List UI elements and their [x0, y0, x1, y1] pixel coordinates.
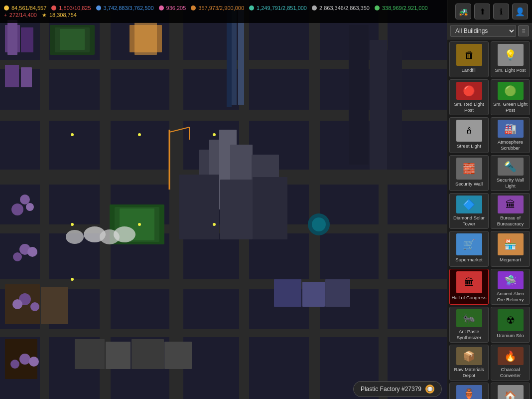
building-item-center-for-relic-studies[interactable]: 🏺Center for Relic Studies [449, 383, 489, 399]
building-item-megamart[interactable]: 🏪Megamart [491, 231, 530, 267]
building-icon-atmosphere-scrubber: 🏭 [498, 120, 524, 138]
building-label-raw-materials-depot: Raw Materials Depot [451, 367, 487, 378]
chat-icon: 💬 [425, 385, 434, 394]
water-icon [96, 5, 101, 10]
list-view-button[interactable]: ≡ [518, 25, 529, 36]
svg-rect-59 [106, 342, 131, 369]
resource-population: 84,561/84,557 [4, 5, 46, 11]
svg-point-77 [114, 226, 135, 242]
building-item-sm-light-post[interactable]: 💡Sm. Light Post [491, 41, 530, 77]
top-bar: 84,561/84,557 1,803/10,825 3,742,883/3,7… [0, 0, 447, 23]
building-item-ancient-alien-ore-refinery[interactable]: 🛸Ancient Alien Ore Refinery [491, 269, 530, 305]
building-label-security-wall: Security Wall [455, 181, 483, 187]
building-icon-center-for-relic-studies: 🏺 [456, 385, 482, 399]
water-value: 3,742,883/3,762,500 [104, 5, 154, 11]
svg-point-66 [138, 133, 141, 136]
svg-rect-31 [387, 50, 402, 170]
building-icon-diamond-solar-tower: 🔷 [456, 196, 482, 213]
svg-point-70 [71, 278, 74, 281]
building-icon-adult-daycare: 🏠 [498, 385, 524, 399]
svg-rect-16 [5, 65, 19, 87]
resource-oil: 2,863,346/2,863,350 [312, 5, 370, 11]
building-item-diamond-solar-tower[interactable]: 🔷Diamond Solar Tower [449, 193, 489, 229]
svg-rect-33 [41, 287, 68, 324]
svg-point-65 [71, 133, 74, 136]
building-label-atmosphere-scrubber: Atmosphere Scrubber [492, 139, 529, 151]
building-icon-megamart: 🏪 [498, 233, 524, 255]
building-item-security-wall[interactable]: 🧱Security Wall [449, 155, 489, 191]
building-item-security-wall-light[interactable]: 🔦Security Wall Light [491, 155, 530, 191]
svg-point-43 [11, 203, 23, 215]
building-label-ant-paste-synthesizer: Ant Paste Synthesizer [451, 329, 487, 340]
game-map[interactable] [0, 0, 447, 399]
building-item-charcoal-converter[interactable]: 🔥Charcoal Converter [491, 345, 530, 381]
top-icons: 🚜 ⬆ ℹ 👤 [447, 0, 532, 23]
building-icon-street-light: 🕯 [456, 120, 482, 142]
svg-point-52 [29, 357, 39, 367]
svg-rect-58 [75, 339, 105, 369]
energy-icon [375, 5, 380, 10]
building-item-uranium-silo[interactable]: ☢Uranium Silo [491, 307, 530, 343]
building-item-atmosphere-scrubber[interactable]: 🏭Atmosphere Scrubber [491, 117, 530, 153]
bottom-bar: Plastic Factory #27379 💬 [0, 379, 447, 399]
svg-rect-57 [325, 279, 350, 307]
building-label-megamart: Megamart [500, 257, 521, 262]
building-item-landfill[interactable]: 🗑Landfill [449, 41, 489, 77]
building-item-hall-of-congress[interactable]: 🏛Hall of Congress [449, 269, 489, 305]
building-icon-security-wall-light: 🔦 [498, 158, 524, 176]
building-item-bureau-of-bureaucracy[interactable]: 🏛Bureau of Bureaucracy [491, 193, 530, 229]
upgrade-button[interactable]: ⬆ [474, 3, 490, 19]
resource-coins: ★ 18,308,754 [42, 12, 77, 18]
notification-label: Plastic Factory #27379 [361, 386, 421, 393]
notification[interactable]: Plastic Factory #27379 💬 [353, 381, 442, 397]
resource-row-2: + 272/14,400 ★ 18,308,754 [4, 12, 428, 18]
info-button[interactable]: ℹ [493, 3, 509, 19]
building-label-sm-light-post: Sm. Light Post [495, 67, 526, 73]
building-item-sm-green-light-post[interactable]: 🟢Sm. Green Light Post [491, 79, 530, 115]
svg-point-42 [26, 203, 34, 211]
building-category-select[interactable]: All Buildings Residential Commercial Ind… [450, 25, 516, 37]
workers-icon [51, 5, 56, 10]
building-item-street-light[interactable]: 🕯Street Light [449, 117, 489, 153]
resource-diamond: 1,249,791/2,851,000 [249, 5, 307, 11]
building-icon-supermarket: 🛒 [456, 233, 482, 255]
building-icon-ancient-alien-ore-refinery: 🛸 [498, 271, 524, 289]
svg-rect-54 [134, 22, 157, 55]
resource-row-1: 84,561/84,557 1,803/10,825 3,742,883/3,7… [4, 5, 428, 11]
svg-point-68 [71, 223, 74, 226]
building-label-sm-green-light-post: Sm. Green Light Post [492, 101, 529, 113]
profile-button[interactable]: 👤 [512, 3, 528, 19]
building-icon-uranium-silo: ☢ [498, 309, 524, 331]
building-item-supermarket[interactable]: 🛒Supermarket [449, 231, 489, 267]
building-label-bureau-of-bureaucracy: Bureau of Bureaucracy [492, 215, 529, 226]
building-dropdown: All Buildings Residential Commercial Ind… [447, 23, 532, 39]
energy-value: 338,969/2,921,000 [382, 5, 428, 11]
building-item-sm-red-light-post[interactable]: 🔴Sm. Red Light Post [449, 79, 489, 115]
workers-value: 1,803/10,825 [59, 5, 91, 11]
building-item-raw-materials-depot[interactable]: 📦Raw Materials Depot [449, 345, 489, 381]
building-label-supermarket: Supermarket [455, 257, 482, 262]
ore-value: 936,205 [166, 5, 186, 11]
building-icon-sm-green-light-post: 🟢 [498, 82, 524, 100]
diamond-icon [249, 5, 254, 10]
bulldozer-button[interactable]: 🚜 [455, 3, 471, 19]
svg-rect-22 [238, 10, 244, 105]
svg-point-40 [312, 217, 326, 231]
resource-food: 357,973/2,900,000 [191, 5, 244, 11]
diamond-value: 1,249,791/2,851,000 [257, 5, 307, 11]
building-label-security-wall-light: Security Wall Light [492, 177, 529, 189]
building-icon-security-wall: 🧱 [456, 158, 482, 180]
svg-point-69 [138, 223, 141, 226]
building-label-uranium-silo: Uranium Silo [497, 333, 524, 338]
right-panel: 🚜 ⬆ ℹ 👤 All Buildings Residential Commer… [447, 0, 532, 399]
building-icon-ant-paste-synthesizer: 🐜 [456, 309, 482, 327]
food-value: 357,973/2,900,000 [198, 5, 244, 11]
svg-rect-60 [132, 339, 164, 369]
buildings-grid: 🗑Landfill💡Sm. Light Post🔴Sm. Red Light P… [447, 39, 532, 399]
resource-workers: 1,803/10,825 [51, 5, 91, 11]
svg-point-49 [12, 299, 22, 309]
building-item-ant-paste-synthesizer[interactable]: 🐜Ant Paste Synthesizer [449, 307, 489, 343]
building-icon-raw-materials-depot: 📦 [456, 347, 482, 365]
svg-point-45 [13, 252, 22, 261]
building-item-adult-daycare[interactable]: 🏠Adult Daycare [491, 383, 530, 399]
